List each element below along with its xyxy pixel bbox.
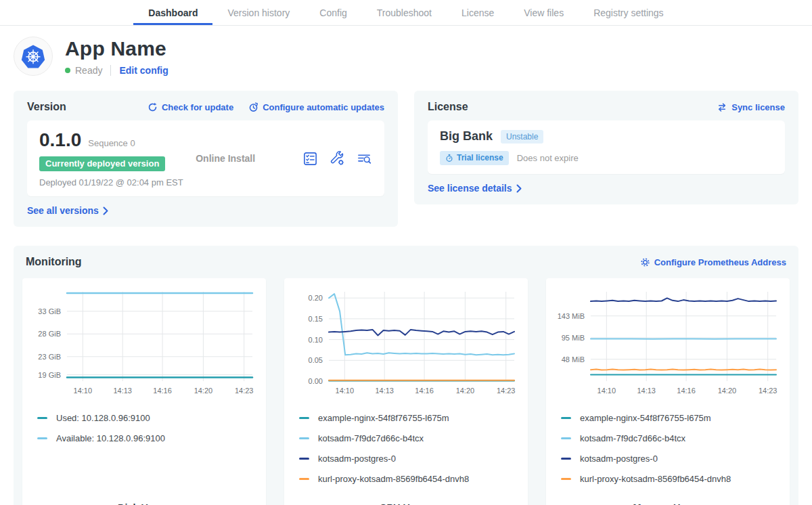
configure-auto-updates-link[interactable]: Configure automatic updates <box>248 102 384 112</box>
memory-usage-legend: example-nginx-54f8f76755-l675mkotsadm-7f… <box>551 403 784 494</box>
svg-text:0.20: 0.20 <box>309 294 323 302</box>
legend-item: example-nginx-54f8f76755-l675m <box>561 413 775 423</box>
gear-icon <box>640 257 650 267</box>
legend-item: kurl-proxy-kotsadm-8569fb6454-dnvh8 <box>561 474 775 484</box>
legend-item: kotsadm-7f9dc7d66c-b4tcx <box>561 433 775 443</box>
legend-label: kotsadm-postgres-0 <box>318 454 396 464</box>
svg-text:95 MiB: 95 MiB <box>562 334 585 342</box>
legend-item: kotsadm-postgres-0 <box>299 454 513 464</box>
license-panel-title: License <box>428 101 468 113</box>
svg-text:14:13: 14:13 <box>375 387 394 395</box>
legend-item: example-nginx-54f8f76755-l675m <box>299 413 513 423</box>
check-for-update-link[interactable]: Check for update <box>148 102 233 112</box>
divider <box>110 65 111 76</box>
svg-text:0.05: 0.05 <box>309 356 323 364</box>
see-license-details-link[interactable]: See license details <box>428 183 522 194</box>
sync-license-link[interactable]: Sync license <box>717 102 785 112</box>
legend-swatch <box>37 437 47 439</box>
cpu-usage-chart-card: 14:1014:1314:1614:2014:230.200.150.100.0… <box>284 278 528 505</box>
svg-text:28 GiB: 28 GiB <box>38 330 61 338</box>
see-all-versions-link[interactable]: See all versions <box>27 205 108 216</box>
edit-config-link[interactable]: Edit config <box>119 65 168 76</box>
status-text: Ready <box>75 65 102 76</box>
license-name: Big Bank <box>440 129 493 144</box>
cpu-usage-legend: example-nginx-54f8f76755-l675mkotsadm-7f… <box>290 403 522 494</box>
svg-text:0.00: 0.00 <box>309 377 323 385</box>
tab-view-files[interactable]: View files <box>509 0 579 25</box>
cpu-usage-plot: 14:1014:1314:1614:2014:230.200.150.100.0… <box>290 286 522 397</box>
disk-usage-legend: Used: 10.128.0.96:9100Available: 10.128.… <box>28 403 261 454</box>
current-version-card: 0.1.0 Sequence 0 Currently deployed vers… <box>27 120 384 196</box>
svg-text:14:20: 14:20 <box>456 387 475 395</box>
svg-text:14:23: 14:23 <box>235 387 254 395</box>
svg-text:14:20: 14:20 <box>194 387 213 395</box>
svg-text:14:10: 14:10 <box>597 387 616 395</box>
trial-license-badge: Trial license <box>440 151 509 165</box>
legend-swatch <box>561 417 571 419</box>
checklist-icon <box>302 151 318 167</box>
clock-update-icon <box>248 102 258 112</box>
legend-swatch <box>37 417 47 419</box>
svg-text:14:23: 14:23 <box>759 387 777 395</box>
charts-row: 14:1014:1314:1614:2014:2333 GiB28 GiB23 … <box>22 278 790 505</box>
version-number: 0.1.0 <box>39 129 81 151</box>
legend-label: Available: 10.128.0.96:9100 <box>56 433 165 443</box>
legend-label: example-nginx-54f8f76755-l675m <box>580 413 711 423</box>
svg-text:0.10: 0.10 <box>309 336 323 344</box>
legend-label: example-nginx-54f8f76755-l675m <box>318 413 449 423</box>
wrench-gear-icon <box>330 151 345 167</box>
disk-usage-chart-card: 14:1014:1314:1614:2014:2333 GiB28 GiB23 … <box>22 278 266 505</box>
deployed-badge: Currently deployed version <box>39 156 165 171</box>
disk-usage-title: Disk Usage <box>28 494 261 505</box>
svg-text:33 GiB: 33 GiB <box>38 307 61 315</box>
app-logo <box>14 37 53 76</box>
disk-usage-plot: 14:1014:1314:1614:2014:2333 GiB28 GiB23 … <box>28 286 261 397</box>
deployed-timestamp: Deployed 01/19/22 @ 02:04 pm EST <box>39 177 196 188</box>
legend-label: Used: 10.128.0.96:9100 <box>56 413 150 423</box>
svg-text:14:20: 14:20 <box>718 387 737 395</box>
cpu-usage-title: CPU Usage <box>290 494 522 505</box>
view-logs-button[interactable] <box>357 151 372 167</box>
svg-text:14:16: 14:16 <box>153 387 172 395</box>
legend-item: Available: 10.128.0.96:9100 <box>37 433 251 443</box>
legend-item: kurl-proxy-kotsadm-8569fb6454-dnvh8 <box>299 474 513 484</box>
summary-cards-row: Version Check for update Configure au <box>0 91 812 227</box>
legend-item: kotsadm-7f9dc7d66c-b4tcx <box>299 433 513 443</box>
tab-config[interactable]: Config <box>304 0 361 25</box>
svg-text:14:13: 14:13 <box>637 387 656 395</box>
refresh-icon <box>148 102 158 112</box>
legend-item: Used: 10.128.0.96:9100 <box>37 413 251 423</box>
svg-text:14:16: 14:16 <box>677 387 696 395</box>
svg-text:14:13: 14:13 <box>113 387 132 395</box>
preflight-checks-button[interactable] <box>302 151 318 167</box>
legend-swatch <box>299 458 309 460</box>
install-type-label: Online Install <box>196 153 302 164</box>
legend-label: kotsadm-postgres-0 <box>580 454 658 464</box>
svg-text:14:16: 14:16 <box>415 387 434 395</box>
legend-swatch <box>299 478 309 480</box>
page-title: App Name <box>65 37 168 60</box>
legend-swatch <box>561 478 571 480</box>
legend-label: kotsadm-7f9dc7d66c-b4tcx <box>580 433 685 443</box>
tab-dashboard[interactable]: Dashboard <box>133 0 212 25</box>
monitoring-title: Monitoring <box>26 256 82 268</box>
svg-text:19 GiB: 19 GiB <box>38 371 61 379</box>
tab-registry-settings[interactable]: Registry settings <box>579 0 678 25</box>
license-panel: License Sync license Big Bank Unstable <box>414 91 798 204</box>
status-dot <box>65 68 70 73</box>
version-panel-title: Version <box>27 101 66 113</box>
license-card: Big Bank Unstable Trial license Does not… <box>428 120 785 174</box>
edit-config-button[interactable] <box>330 151 345 167</box>
configure-prometheus-link[interactable]: Configure Prometheus Address <box>640 257 786 267</box>
memory-usage-chart-card: 14:1014:1314:1614:2014:23143 MiB95 MiB48… <box>546 278 790 505</box>
legend-label: kurl-proxy-kotsadm-8569fb6454-dnvh8 <box>318 474 469 484</box>
tab-license[interactable]: License <box>447 0 509 25</box>
tab-troubleshoot[interactable]: Troubleshoot <box>362 0 447 25</box>
license-expiry: Does not expire <box>517 153 579 163</box>
tab-version-history[interactable]: Version history <box>212 0 304 25</box>
legend-swatch <box>299 417 309 419</box>
svg-text:14:23: 14:23 <box>497 387 516 395</box>
memory-usage-plot: 14:1014:1314:1614:2014:23143 MiB95 MiB48… <box>551 286 784 397</box>
nav-tabs: DashboardVersion historyConfigTroublesho… <box>133 0 678 25</box>
monitoring-panel: Monitoring Configure Prometheus Address … <box>14 246 798 505</box>
